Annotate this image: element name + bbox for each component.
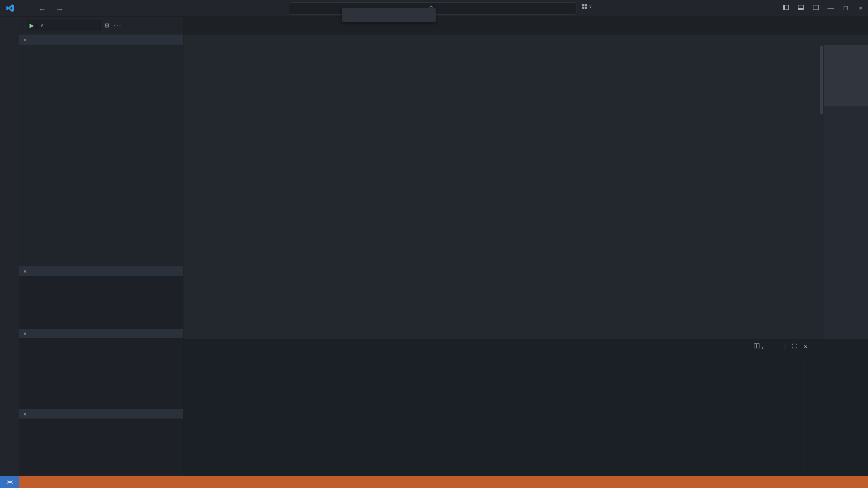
minimap[interactable] xyxy=(824,45,868,339)
minimap-slider[interactable] xyxy=(824,45,868,106)
breadcrumb xyxy=(183,35,868,45)
terminal-output[interactable] xyxy=(193,362,804,474)
maximize-button[interactable]: □ xyxy=(838,4,853,12)
code-editor[interactable] xyxy=(183,45,868,339)
chevron-down-icon: ∨ xyxy=(23,411,27,416)
back-icon[interactable]: ← xyxy=(38,3,46,13)
section-callstack[interactable]: ∨ xyxy=(19,329,183,338)
bottom-panel: ∨ ··· | × xyxy=(183,339,868,476)
chevron-down-icon: ∨ xyxy=(40,23,45,28)
variables-list xyxy=(19,45,183,266)
breakpoints-list xyxy=(19,419,183,475)
close-button[interactable]: × xyxy=(853,4,868,12)
close-panel-icon[interactable]: × xyxy=(804,343,808,351)
chevron-down-icon: ∨ xyxy=(23,269,27,274)
minimize-button[interactable]: — xyxy=(823,4,838,12)
run-and-debug-header: ▶ ∨ ⚙ ··· xyxy=(19,16,183,35)
customize-layout-button[interactable]: ∨ xyxy=(582,3,592,9)
callstack-list xyxy=(19,338,183,409)
section-watch[interactable]: ∨ xyxy=(19,266,183,276)
debug-config-dropdown[interactable]: ▶ ∨ xyxy=(27,20,101,31)
toggle-secondary-sidebar-icon[interactable] xyxy=(808,4,823,12)
section-breakpoints[interactable]: ∨ xyxy=(19,409,183,419)
status-bar: >< xyxy=(0,476,868,488)
editor-scrollbar[interactable] xyxy=(819,45,824,339)
remote-indicator[interactable]: >< xyxy=(0,476,19,488)
more-actions-icon[interactable]: ··· xyxy=(770,343,778,350)
debug-toolbar xyxy=(342,7,436,22)
run-and-debug-sidebar: ▶ ∨ ⚙ ··· ∨ ∨ ∨ ∨ xyxy=(19,16,183,476)
activity-bar xyxy=(0,16,19,476)
toggle-sidebar-icon[interactable] xyxy=(778,4,793,12)
more-actions-icon[interactable]: ··· xyxy=(113,22,122,29)
toggle-panel-icon[interactable] xyxy=(793,4,808,12)
start-debug-icon[interactable]: ▶ xyxy=(27,22,37,29)
chevron-down-icon: ∨ xyxy=(23,331,27,336)
editor-tabs xyxy=(183,16,868,35)
vscode-logo xyxy=(5,4,14,13)
section-variables[interactable]: ∨ xyxy=(19,35,183,45)
gear-icon[interactable]: ⚙ xyxy=(104,22,110,29)
chevron-down-icon: ∨ xyxy=(589,4,592,9)
vscode-window: ← → ∨ — □ × ▶ ∨ xyxy=(0,0,868,488)
split-terminal-icon[interactable]: ∨ xyxy=(754,343,764,350)
divider: | xyxy=(784,343,786,350)
forward-icon[interactable]: → xyxy=(56,3,64,13)
divider xyxy=(805,358,805,473)
watch-list xyxy=(19,276,183,329)
panel-actions: ∨ ··· | × xyxy=(754,343,808,351)
history-nav: ← → xyxy=(38,3,64,13)
maximize-panel-icon[interactable] xyxy=(792,343,797,350)
chevron-down-icon: ∨ xyxy=(23,37,27,42)
